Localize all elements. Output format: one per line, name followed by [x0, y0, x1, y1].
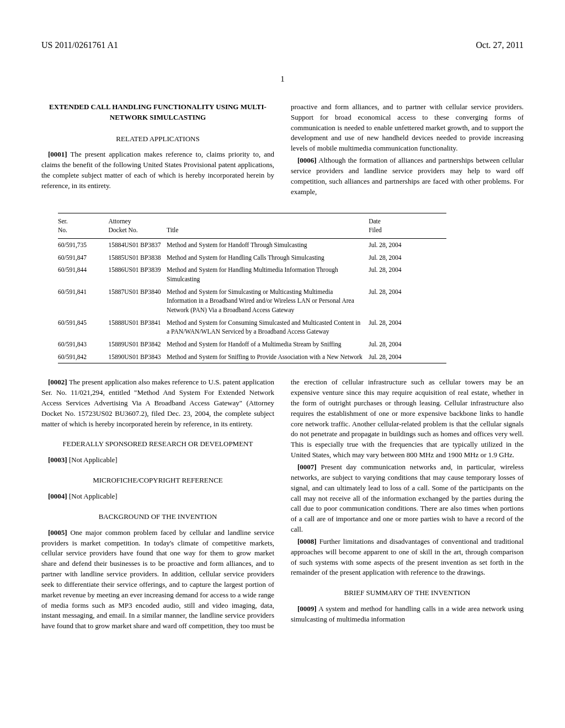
cell-docket: 15888US01 BP3841 [109, 317, 167, 338]
para-text: [Not Applicable] [69, 456, 118, 464]
para-text: One major common problem faced by cellul… [41, 528, 274, 630]
para-text: A system and method for handling calls i… [291, 604, 524, 623]
paragraph-0008: [0008] Further limitations and disadvant… [291, 537, 524, 578]
th-title: Title [167, 213, 369, 238]
para-num: [0007] [297, 463, 317, 471]
para-text: The present application also makes refer… [41, 378, 274, 427]
paragraph-0006-cont: the erection of cellular infrastructure … [291, 377, 524, 461]
para-num: [0004] [48, 492, 67, 500]
cell-title: Method and System for Consuming Simulcas… [167, 317, 369, 338]
para-num: [0001] [48, 150, 67, 158]
table-row: 60/591,73515884US01 BP3837Method and Sys… [58, 238, 446, 251]
para-num: [0003] [48, 456, 67, 464]
para-num: [0002] [48, 378, 67, 386]
left-column-bottom: [0002] The present application also make… [41, 377, 274, 633]
section-federal: FEDERALLY SPONSORED RESEARCH OR DEVELOPM… [41, 439, 274, 449]
cell-serial: 60/591,843 [58, 338, 109, 351]
paragraph-0007: [0007] Present day communication network… [291, 462, 524, 535]
th-docket: AttorneyDocket No. [109, 213, 167, 238]
table-row: 60/591,84515888US01 BP3841Method and Sys… [58, 317, 446, 338]
table-row: 60/591,84115887US01 BP3840Method and Sys… [58, 286, 446, 317]
left-column-top: EXTENDED CALL HANDLING FUNCTIONALITY USI… [41, 102, 274, 199]
cell-serial: 60/591,844 [58, 264, 109, 285]
para-num: [0006] [297, 156, 317, 164]
cell-date: Jul. 28, 2004 [369, 238, 446, 251]
cell-docket: 15884US01 BP3837 [109, 238, 167, 251]
para-text: Present day communication networks and, … [291, 463, 524, 533]
th-date: DateFiled [369, 213, 446, 238]
cell-date: Jul. 28, 2004 [369, 338, 446, 351]
paragraph-0009: [0009] A system and method for handling … [291, 604, 524, 625]
table-row: 60/591,84415886US01 BP3839Method and Sys… [58, 264, 446, 285]
cell-serial: 60/591,847 [58, 251, 109, 264]
cell-serial: 60/591,845 [58, 317, 109, 338]
page-number: 1 [41, 73, 524, 85]
paragraph-0002: [0002] The present application also make… [41, 377, 274, 429]
para-num: [0005] [48, 528, 67, 537]
cell-docket: 15885US01 BP3838 [109, 251, 167, 264]
cell-date: Jul. 28, 2004 [369, 286, 446, 317]
paragraph-0005-cont: proactive and form alliances, and to par… [291, 102, 524, 154]
applications-table: Ser.No. AttorneyDocket No. Title DateFil… [58, 213, 446, 364]
cell-title: Method and System for Handoff Through Si… [167, 238, 369, 251]
right-column-bottom: the erection of cellular infrastructure … [291, 377, 524, 633]
section-summary: BRIEF SUMMARY OF THE INVENTION [291, 588, 524, 598]
cell-date: Jul. 28, 2004 [369, 251, 446, 264]
section-background: BACKGROUND OF THE INVENTION [41, 512, 274, 522]
top-columns: EXTENDED CALL HANDLING FUNCTIONALITY USI… [41, 102, 524, 199]
table-row: 60/591,84715885US01 BP3838Method and Sys… [58, 251, 446, 264]
cell-docket: 15886US01 BP3839 [109, 264, 167, 285]
cell-title: Method and System for Handling Calls Thr… [167, 251, 369, 264]
table-row: 60/591,84315889US01 BP3842Method and Sys… [58, 338, 446, 351]
paragraph-0005: [0005] One major common problem faced by… [41, 528, 274, 631]
cell-docket: 15890US01 BP3843 [109, 351, 167, 363]
cell-docket: 15889US01 BP3842 [109, 338, 167, 351]
cell-serial: 60/591,841 [58, 286, 109, 317]
para-num: [0009] [297, 604, 317, 613]
para-text: [Not Applicable] [69, 492, 118, 500]
right-column-top: proactive and form alliances, and to par… [291, 102, 524, 199]
paragraph-0003: [0003] [Not Applicable] [41, 455, 274, 465]
cell-serial: 60/591,842 [58, 351, 109, 363]
bottom-columns: [0002] The present application also make… [41, 377, 524, 633]
cell-serial: 60/591,735 [58, 238, 109, 251]
paragraph-0004: [0004] [Not Applicable] [41, 491, 274, 502]
table-row: 60/591,84215890US01 BP3843Method and Sys… [58, 351, 446, 363]
publication-date: Oct. 27, 2011 [476, 39, 524, 51]
para-num: [0008] [297, 537, 317, 545]
section-related-apps: RELATED APPLICATIONS [41, 134, 274, 144]
table-header-row: Ser.No. AttorneyDocket No. Title DateFil… [58, 213, 446, 238]
document-title: EXTENDED CALL HANDLING FUNCTIONALITY USI… [41, 102, 274, 123]
cell-title: Method and System for Sniffing to Provid… [167, 351, 369, 363]
th-serial: Ser.No. [58, 213, 109, 238]
paragraph-0006: [0006] Although the formation of allianc… [291, 156, 524, 197]
paragraph-0001: [0001] The present application makes ref… [41, 149, 274, 191]
cell-date: Jul. 28, 2004 [369, 351, 446, 363]
applications-table-container: Ser.No. AttorneyDocket No. Title DateFil… [41, 213, 524, 364]
cell-date: Jul. 28, 2004 [369, 264, 446, 285]
cell-date: Jul. 28, 2004 [369, 317, 446, 338]
cell-title: Method and System for Simulcasting or Mu… [167, 286, 369, 317]
page-header: US 2011/0261761 A1 Oct. 27, 2011 [41, 39, 524, 51]
para-text: Further limitations and disadvantages of… [291, 537, 524, 577]
section-microfiche: MICROFICHE/COPYRIGHT REFERENCE [41, 475, 274, 486]
para-text: Although the formation of alliances and … [291, 156, 524, 196]
cell-title: Method and System for Handling Multimedi… [167, 264, 369, 285]
cell-title: Method and System for Handoff of a Multi… [167, 338, 369, 351]
para-text: The present application makes reference … [41, 150, 274, 190]
publication-number: US 2011/0261761 A1 [41, 39, 118, 51]
cell-docket: 15887US01 BP3840 [109, 286, 167, 317]
